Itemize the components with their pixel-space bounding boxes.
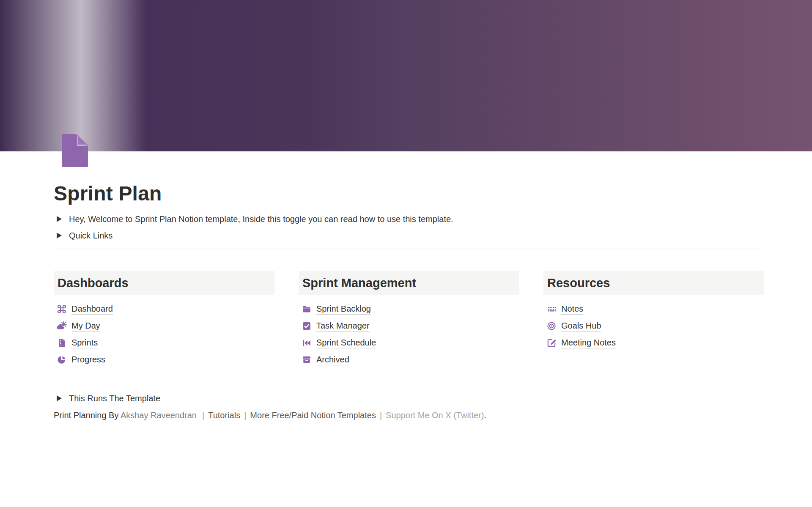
link-progress[interactable]: Progress (71, 354, 105, 365)
list-item: Notes (543, 301, 764, 318)
footer-suffix: . (484, 411, 486, 420)
target-icon (546, 321, 557, 331)
section-header-dashboards: Dashboards (54, 271, 274, 295)
list-item: Task Manager (299, 318, 519, 334)
divider (54, 300, 274, 300)
link-sprint-backlog[interactable]: Sprint Backlog (316, 304, 371, 315)
list-item: Sprint Schedule (299, 334, 519, 351)
divider (299, 300, 519, 300)
list-item: Dashboard (54, 301, 274, 318)
link-author[interactable]: Akshay Raveendran (121, 411, 197, 420)
archive-icon (302, 355, 312, 365)
toggle-quick-links-label: Quick Links (69, 230, 112, 241)
section-title: Dashboards (58, 276, 129, 290)
link-my-day[interactable]: My Day (71, 321, 100, 332)
attribution-footer: Print Planning By Akshay Raveendran|Tuto… (54, 409, 764, 422)
link-sprint-schedule[interactable]: Sprint Schedule (316, 337, 376, 348)
column-resources: Resources Notes (543, 271, 764, 368)
separator: | (244, 411, 246, 420)
divider (54, 383, 764, 383)
list-item: Progress (54, 351, 274, 368)
folder-icon (302, 304, 312, 314)
toggle-arrow-icon[interactable] (57, 395, 62, 401)
section-title: Resources (547, 276, 610, 290)
column-sprint-management: Sprint Management Sprint Backlog (299, 271, 519, 368)
link-task-manager[interactable]: Task Manager (316, 321, 370, 332)
pie-chart-icon (57, 355, 67, 365)
separator: | (202, 411, 204, 420)
link-archived[interactable]: Archived (316, 354, 349, 365)
checkbox-icon (302, 321, 312, 331)
toggle-runs-template[interactable]: This Runs The Template (54, 390, 764, 406)
list-item: Goals Hub (543, 318, 764, 334)
sun-cloud-icon (57, 321, 67, 331)
list-item: Meeting Notes (543, 334, 764, 351)
columns-section: Dashboards Dashboard (54, 271, 764, 368)
divider (54, 249, 764, 249)
section-header-sprint-management: Sprint Management (299, 271, 519, 295)
toggle-arrow-icon[interactable] (57, 216, 62, 222)
page-body: Sprint Plan Hey, Welcome to Sprint Plan … (54, 0, 764, 422)
list-item: Archived (299, 351, 519, 368)
list-item: Sprints (54, 334, 274, 351)
page-title: Sprint Plan (54, 182, 764, 205)
toggle-welcome[interactable]: Hey, Welcome to Sprint Plan Notion templ… (54, 211, 764, 227)
link-dashboard[interactable]: Dashboard (71, 304, 113, 315)
section-title: Sprint Management (302, 276, 416, 290)
divider (543, 300, 764, 300)
column-dashboards: Dashboards Dashboard (54, 271, 274, 368)
link-goals-hub[interactable]: Goals Hub (561, 321, 601, 332)
link-tutorials[interactable]: Tutorials (208, 411, 240, 420)
link-support-twitter[interactable]: Support Me On X (Twitter) (386, 411, 484, 420)
list-item: Sprint Backlog (299, 301, 519, 318)
link-more-templates[interactable]: More Free/Paid Notion Templates (250, 411, 376, 420)
rewind-icon (302, 338, 312, 348)
footer-prefix: Print Planning By (54, 411, 121, 420)
edit-square-icon (546, 338, 557, 348)
toggle-arrow-icon[interactable] (57, 233, 62, 238)
link-sprints[interactable]: Sprints (71, 337, 98, 348)
keyboard-icon (546, 304, 557, 314)
link-notes[interactable]: Notes (561, 304, 583, 315)
separator: | (380, 411, 382, 420)
document-icon (57, 338, 67, 348)
toggle-quick-links[interactable]: Quick Links (54, 227, 764, 244)
section-header-resources: Resources (543, 271, 764, 295)
toggle-welcome-label: Hey, Welcome to Sprint Plan Notion templ… (69, 214, 453, 225)
list-item: My Day (54, 318, 274, 334)
command-icon (57, 304, 67, 314)
toggle-runs-template-label: This Runs The Template (69, 393, 160, 404)
link-meeting-notes[interactable]: Meeting Notes (561, 337, 616, 348)
